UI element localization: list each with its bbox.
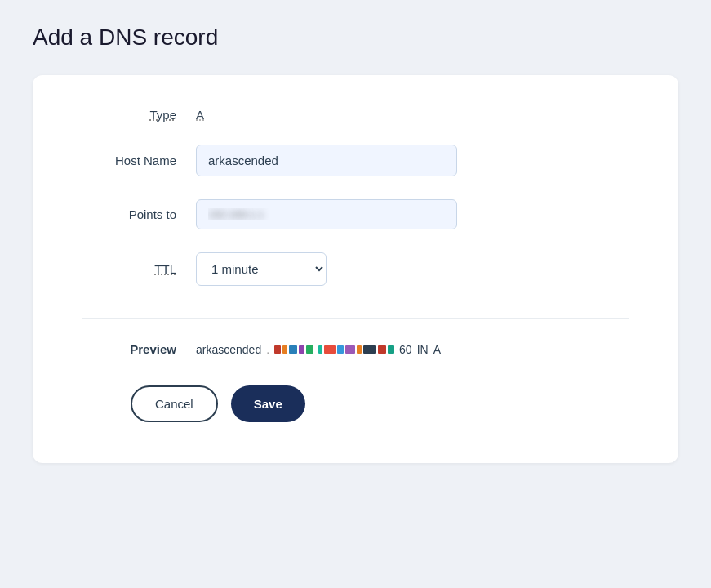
ttl-select[interactable]: 1 minute 5 minutes 30 minutes 1 hour 6 h… <box>196 252 327 286</box>
preview-domain-pixels <box>274 345 313 354</box>
ttl-row: TTL 1 minute 5 minutes 30 minutes 1 hour… <box>82 252 629 286</box>
type-row: Type A <box>82 108 629 122</box>
form-actions: Cancel Save <box>82 385 629 422</box>
ttl-label: TTL <box>82 262 196 276</box>
preview-ip-pixels <box>318 345 394 354</box>
points-to-row: Points to <box>82 199 629 229</box>
save-button[interactable]: Save <box>231 385 305 422</box>
dns-record-form-card: Type A Host Name Points to TTL 1 minute … <box>33 75 678 463</box>
hostname-input[interactable] <box>196 145 457 176</box>
preview-hostname: arkascended <box>196 343 261 356</box>
preview-section: Preview arkascended . <box>82 319 629 356</box>
preview-content: arkascended . 60 IN <box>196 343 441 356</box>
hostname-label: Host Name <box>82 154 196 167</box>
hostname-row: Host Name <box>82 145 629 176</box>
type-label: Type <box>82 108 196 122</box>
cancel-button[interactable]: Cancel <box>131 385 218 422</box>
page-title: Add a DNS record <box>33 24 678 51</box>
points-to-label: Points to <box>82 207 196 221</box>
preview-type: A <box>433 343 441 356</box>
preview-ttl-number: 60 <box>399 343 412 356</box>
type-value: A <box>196 108 204 122</box>
points-to-input[interactable] <box>196 199 457 229</box>
preview-separator: . <box>266 343 269 356</box>
form-fields: Type A Host Name Points to TTL 1 minute … <box>82 108 629 319</box>
preview-label: Preview <box>82 342 196 356</box>
preview-class: IN <box>417 343 429 356</box>
